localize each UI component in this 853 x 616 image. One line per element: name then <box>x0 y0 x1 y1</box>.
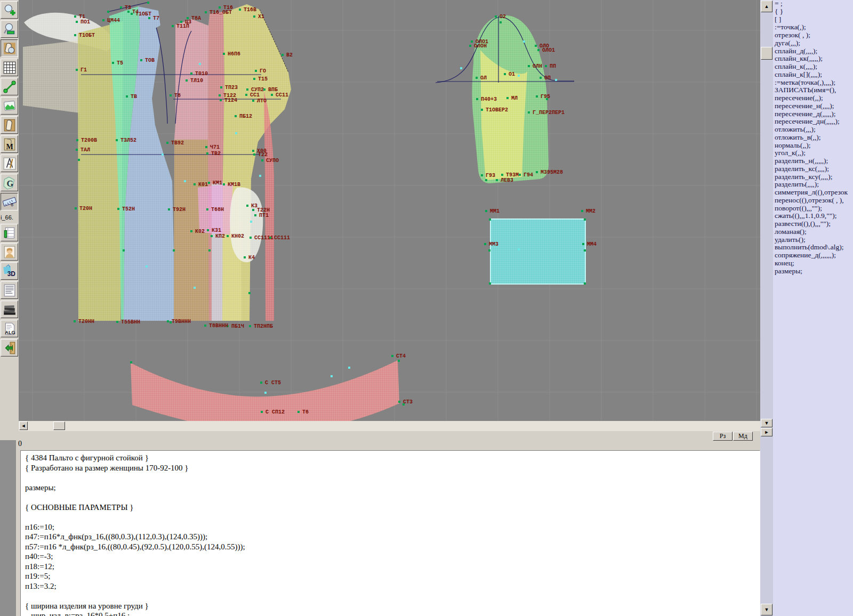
pattern-point[interactable] <box>469 45 471 47</box>
pattern-point[interactable] <box>219 6 221 9</box>
pattern-point[interactable] <box>506 97 509 99</box>
pattern-point[interactable] <box>261 411 263 413</box>
pattern-point[interactable] <box>207 229 209 231</box>
pattern-point[interactable] <box>281 54 284 56</box>
3d-icon[interactable]: 3D <box>1 262 18 280</box>
pattern-point[interactable] <box>476 98 478 100</box>
command-item[interactable]: отложить_в(,,); <box>773 134 853 142</box>
command-item[interactable]: поворот((),,,""); <box>773 205 853 213</box>
pattern-point[interactable] <box>235 132 237 134</box>
command-item[interactable]: выполнить(dmod\.alg); <box>773 244 853 252</box>
pattern-point[interactable] <box>249 325 251 327</box>
pattern-point[interactable] <box>116 139 118 141</box>
pattern-point[interactable] <box>261 159 263 161</box>
command-item[interactable]: угол_к(,,); <box>773 149 853 157</box>
portrait-icon[interactable] <box>1 243 18 261</box>
zoom-in-icon[interactable] <box>1 1 18 19</box>
pattern-point[interactable] <box>536 95 538 98</box>
scroll-right-icon[interactable]: ► <box>761 428 772 436</box>
pattern-point[interactable] <box>127 11 130 13</box>
pattern-point[interactable] <box>208 249 211 252</box>
pattern-point[interactable] <box>75 207 77 209</box>
pattern-point[interactable] <box>74 15 76 18</box>
pattern-point[interactable] <box>194 183 196 185</box>
pattern-point[interactable] <box>74 320 76 322</box>
pattern-point[interactable] <box>74 34 76 36</box>
command-item[interactable]: [ ] <box>773 16 853 24</box>
command-item[interactable]: разделить(,,,,); <box>773 181 853 189</box>
command-item[interactable]: размеры; <box>773 268 853 275</box>
command-item[interactable]: пересечение_дн(,,,,,); <box>773 118 853 126</box>
pattern-point[interactable] <box>518 248 520 250</box>
pattern-point[interactable] <box>180 21 182 23</box>
pattern-point[interactable] <box>528 65 530 67</box>
pattern-point[interactable] <box>331 375 333 377</box>
pattern-point[interactable] <box>140 59 142 61</box>
vertical-scrollbar[interactable]: ▲ ▼ ► ▼ <box>760 0 773 616</box>
pattern-point[interactable] <box>252 100 254 102</box>
command-item[interactable]: удалить(); <box>773 236 853 244</box>
pattern-point[interactable] <box>391 355 393 357</box>
command-item[interactable]: разделить_кс(,,,,); <box>773 165 853 173</box>
pattern-m-icon[interactable]: M <box>1 135 18 153</box>
pattern-point[interactable] <box>120 6 122 9</box>
g-letter-icon[interactable]: G <box>1 174 18 191</box>
pattern-point[interactable] <box>471 40 473 43</box>
pattern-point[interactable] <box>130 361 132 363</box>
pattern-point[interactable] <box>253 15 255 18</box>
pattern-point[interactable] <box>244 256 246 258</box>
pattern-point[interactable] <box>271 94 273 96</box>
command-item[interactable]: развести((),(),,,""); <box>773 220 853 228</box>
pattern-point[interactable] <box>246 205 248 207</box>
pattern-point[interactable] <box>584 282 586 285</box>
pattern-point[interactable] <box>485 210 487 212</box>
pattern-point[interactable] <box>117 208 119 210</box>
pattern-point[interactable] <box>219 94 221 96</box>
pattern-point[interactable] <box>535 45 537 47</box>
ruler-icon[interactable]: 8 <box>1 193 18 210</box>
pattern-point[interactable] <box>190 72 192 75</box>
pattern-point[interactable] <box>146 265 148 268</box>
pattern-point[interactable] <box>584 218 586 221</box>
command-item[interactable]: ЗАПИСАТЬ(имя=(), <box>773 86 853 94</box>
pattern-point[interactable] <box>148 17 150 19</box>
alg-doc-icon[interactable]: ALG <box>1 320 18 337</box>
pattern-point[interactable] <box>581 210 583 212</box>
pattern-point[interactable] <box>205 11 207 13</box>
command-item[interactable]: :=точка(,); <box>773 23 853 31</box>
pattern-point[interactable] <box>496 179 498 181</box>
grid-icon[interactable] <box>1 59 18 76</box>
pattern-point[interactable] <box>484 243 486 245</box>
pattern-point[interactable] <box>252 209 254 211</box>
command-item[interactable]: пересечение_д(,,,,,); <box>773 110 853 118</box>
horizontal-scrollbar[interactable]: ◄ <box>19 421 760 431</box>
command-item[interactable]: дуга(,,,); <box>773 39 853 47</box>
pattern-point[interactable] <box>107 11 109 13</box>
pattern-point[interactable] <box>555 79 557 81</box>
pattern-point[interactable] <box>76 69 78 71</box>
pattern-point[interactable] <box>536 171 538 173</box>
command-item[interactable]: сжать((),,,1.1,0.9,""); <box>773 212 853 220</box>
pattern-point[interactable] <box>523 40 525 43</box>
pattern-point[interactable] <box>199 63 201 65</box>
pattern-point[interactable] <box>170 94 172 96</box>
pattern-point[interactable] <box>253 153 255 156</box>
pattern-point[interactable] <box>204 325 206 327</box>
pattern-point[interactable] <box>166 142 168 144</box>
pattern-point[interactable] <box>250 237 252 239</box>
vscroll-thumb[interactable] <box>761 47 772 60</box>
pattern-point[interactable] <box>460 67 462 69</box>
pattern-point[interactable] <box>239 9 241 11</box>
pattern-point[interactable] <box>481 109 483 111</box>
pattern-point[interactable] <box>227 235 229 237</box>
command-item[interactable]: симметрия_л((),отрезок <box>773 189 853 197</box>
md-button[interactable]: Мд <box>733 432 753 441</box>
command-item[interactable]: пересечение_н(,,,,); <box>773 102 853 110</box>
panel-scroll-down-icon[interactable]: ▼ <box>761 604 772 615</box>
pattern-point[interactable] <box>253 78 255 80</box>
pattern-point[interactable] <box>168 208 170 210</box>
preview-pattern-icon[interactable] <box>1 39 18 57</box>
pattern-point[interactable] <box>528 111 530 114</box>
pattern-point[interactable] <box>123 249 125 252</box>
algorithm-text[interactable]: { 4384 Пальто с фигурной стойкой } { Раз… <box>25 453 760 616</box>
